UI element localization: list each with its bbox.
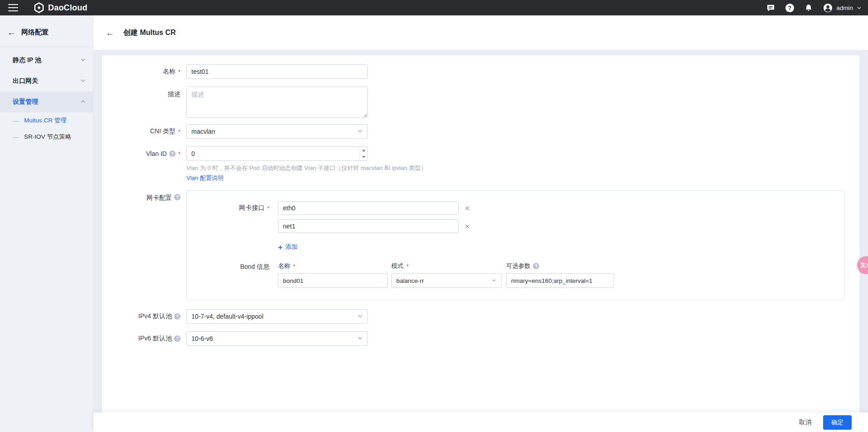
chevron-down-icon (492, 277, 497, 284)
confirm-button[interactable]: 确定 (823, 415, 852, 430)
bond-info-label: Bond 信息 (187, 262, 278, 288)
dash-icon: — (13, 117, 19, 124)
vlan-id-input[interactable] (186, 146, 368, 161)
translate-icon: 文A (860, 261, 868, 269)
dash-icon: — (13, 134, 19, 141)
bond-mode-select[interactable]: balance-rr (391, 273, 502, 288)
ipv4-help-icon[interactable]: ? (174, 313, 180, 320)
notification-bell-icon[interactable] (804, 3, 813, 12)
interface-row: ✕ (278, 219, 470, 233)
help-icon[interactable]: ? (785, 3, 794, 12)
plus-icon: + (278, 243, 283, 251)
vlan-doc-link[interactable]: Vlan 配置说明 (186, 174, 224, 182)
spinner-down-icon[interactable] (360, 154, 367, 160)
bond-name-input[interactable] (278, 273, 388, 288)
form-card: 名称* 描述 CNI 类型* macvl (102, 55, 859, 413)
chevron-down-icon (80, 78, 86, 85)
topbar: DaoCloud ? (0, 0, 868, 15)
description-label: 描述 (102, 87, 186, 118)
interface-row: ✕ (278, 201, 470, 215)
nic-config-box: 网卡接口* ✕ ✕ (186, 190, 845, 300)
nic-interface-label: 网卡接口* (187, 201, 278, 215)
user-menu[interactable]: admin (823, 3, 862, 13)
vlan-id-label: Vlan ID ? * (102, 146, 186, 161)
required-marker: * (178, 68, 180, 75)
sidebar-item-settings[interactable]: 设置管理 (0, 92, 93, 112)
cancel-button[interactable]: 取消 (799, 418, 811, 427)
bond-params-help-icon[interactable]: ? (533, 263, 539, 269)
required-marker: * (178, 150, 180, 157)
ipv6-pool-select[interactable]: 10-6-v6 (186, 331, 368, 346)
page-back-icon[interactable]: ← (106, 29, 114, 37)
main-area: ← 创建 Multus CR 名称* 描述 (93, 15, 868, 432)
divider (0, 47, 93, 47)
cni-type-label: CNI 类型* (102, 124, 186, 139)
vlan-hint-text: Vlan 为 0 时，将不会在 Pod 启动时动态创建 Vlan 子接口（仅针对… (186, 164, 427, 172)
sidebar-back-icon[interactable]: ← (7, 28, 16, 37)
ipv4-pool-select[interactable]: 10-7-v4, default-v4-ippool (186, 309, 368, 324)
required-marker: * (293, 263, 295, 270)
brand[interactable]: DaoCloud (34, 2, 88, 13)
daocloud-logo-icon (34, 2, 44, 13)
chevron-down-icon (857, 5, 862, 10)
name-label: 名称* (102, 64, 186, 79)
required-marker: * (406, 263, 409, 270)
number-spinner (360, 147, 367, 160)
cni-type-select[interactable]: macvlan (186, 124, 368, 139)
brand-name: DaoCloud (48, 3, 88, 13)
chevron-down-icon (80, 57, 86, 64)
remove-interface-icon[interactable]: ✕ (464, 223, 470, 230)
interface-input[interactable] (278, 219, 458, 233)
username: admin (836, 5, 853, 11)
required-marker: * (267, 205, 269, 212)
chevron-down-icon (357, 313, 363, 320)
chevron-down-icon (357, 128, 363, 135)
chevron-up-icon (80, 98, 86, 106)
bond-mode-label: 模式* (391, 262, 502, 270)
feedback-chat-icon[interactable] (766, 3, 775, 12)
menu-icon[interactable] (8, 4, 18, 11)
spinner-up-icon[interactable] (360, 147, 367, 154)
page-header: ← 创建 Multus CR (93, 15, 868, 50)
vlan-help-icon[interactable]: ? (169, 150, 176, 157)
ipv6-pool-label: IPv6 默认池 ? (102, 331, 186, 346)
bond-params-label: 可选参数 ? (506, 262, 614, 270)
name-input[interactable] (186, 64, 368, 79)
sidebar-item-static-ip-pool[interactable]: 静态 IP 池 (0, 50, 93, 71)
sidebar-title: 网络配置 (21, 28, 49, 37)
ipv6-help-icon[interactable]: ? (174, 335, 180, 342)
interface-input[interactable] (278, 201, 458, 215)
sidebar: ← 网络配置 静态 IP 池 出口网关 设置管理 — Multus CR 管理 (0, 15, 93, 432)
required-marker: * (178, 128, 180, 135)
add-interface-button[interactable]: + 添加 (278, 243, 297, 251)
sidebar-item-sriov-policy[interactable]: — SR-IOV 节点策略 (0, 129, 93, 145)
chevron-down-icon (357, 335, 363, 342)
ipv4-pool-label: IPv4 默认池 ? (102, 309, 186, 324)
sidebar-item-multus-cr[interactable]: — Multus CR 管理 (0, 112, 93, 129)
bond-params-input[interactable] (506, 273, 614, 288)
sidebar-item-egress-gateway[interactable]: 出口网关 (0, 71, 93, 92)
page-title: 创建 Multus CR (123, 28, 176, 38)
nic-help-icon[interactable]: ? (174, 194, 180, 200)
description-textarea[interactable] (186, 87, 368, 118)
avatar-icon (823, 3, 833, 13)
bond-name-label: 名称* (278, 262, 388, 270)
remove-interface-icon[interactable]: ✕ (464, 205, 470, 212)
form-footer: 取消 确定 (93, 413, 868, 432)
nic-config-label: 网卡配置 ? (102, 190, 186, 300)
